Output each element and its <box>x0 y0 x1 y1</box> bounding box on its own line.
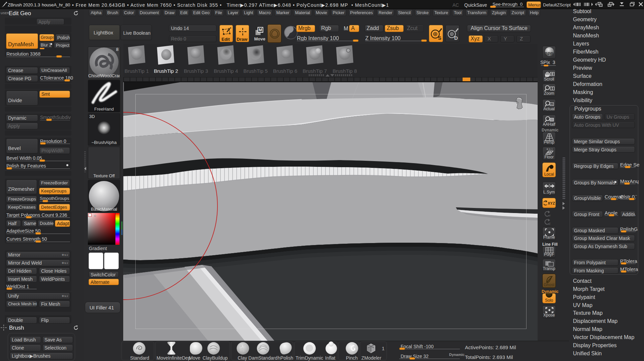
svg-text:x1: x1 <box>550 103 553 106</box>
svg-text:M: M <box>259 28 262 32</box>
svg-text:Y: Y <box>549 214 551 217</box>
svg-text:✥ ʦ ʡ: ✥ ʦ ʡ <box>546 148 553 150</box>
svg-text:XYZ: XYZ <box>548 201 555 205</box>
svg-text:Z: Z <box>549 222 551 225</box>
